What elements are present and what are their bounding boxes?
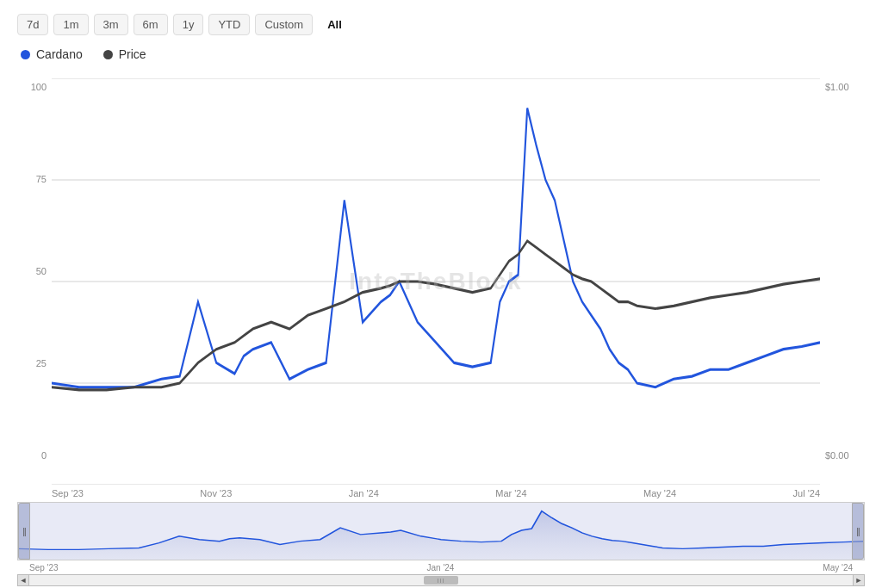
- x-label-jan24: Jan '24: [349, 488, 379, 498]
- nav-x-label-jan24: Jan '24: [426, 563, 454, 573]
- main-chart-wrapper: 100 75 50 25 0 IntoTheBlock: [17, 78, 865, 485]
- nav-x-labels: Sep '23 Jan '24 May '24: [17, 563, 865, 573]
- time-btn-ytd[interactable]: YTD: [208, 14, 250, 35]
- chart-area: 100 75 50 25 0 IntoTheBlock: [17, 78, 865, 579]
- y-label-25: 25: [17, 358, 52, 368]
- scroll-grip: III: [437, 577, 445, 585]
- main-chart-svg: [52, 78, 820, 485]
- y-label-50: 50: [17, 266, 52, 276]
- time-btn-1m[interactable]: 1m: [53, 14, 88, 35]
- y-label-0: 0: [17, 450, 52, 461]
- nav-handle-left[interactable]: ‖: [18, 503, 30, 560]
- scroll-arrow-left[interactable]: ◄: [17, 574, 29, 586]
- scroll-track[interactable]: III: [29, 574, 853, 586]
- time-btn-all[interactable]: All: [318, 14, 351, 35]
- y-label-75: 75: [17, 174, 52, 184]
- nav-handle-right[interactable]: ‖: [852, 503, 864, 560]
- time-btn-6m[interactable]: 6m: [134, 14, 168, 35]
- time-btn-7d[interactable]: 7d: [17, 14, 48, 35]
- chart-svg-container: IntoTheBlock: [52, 78, 820, 485]
- time-btn-3m[interactable]: 3m: [94, 14, 128, 35]
- x-label-jul24: Jul '24: [793, 488, 820, 498]
- navigator-svg: [18, 503, 864, 560]
- navigator-inner: ‖ ‖: [17, 502, 865, 560]
- time-filter-bar: 7d1m3m6m1yYTDCustomAll: [17, 14, 865, 35]
- scroll-thumb[interactable]: III: [424, 576, 458, 585]
- x-label-may24: May '24: [643, 488, 676, 498]
- x-label-mar24: Mar '24: [495, 488, 526, 498]
- legend-dot-cardano: [21, 50, 30, 59]
- y-label-right-1: $1.00: [820, 82, 865, 92]
- y-axis-left: 100 75 50 25 0: [17, 78, 52, 485]
- legend-label-price: Price: [119, 47, 146, 61]
- navigator: ‖ ‖ Sep '23 Jan '24 May '24: [17, 502, 865, 579]
- cardano-line: [52, 108, 820, 387]
- x-axis: Sep '23 Nov '23 Jan '24 Mar '24 May '24 …: [52, 485, 820, 498]
- y-label-right-5: $0.00: [820, 450, 865, 461]
- scrollbar: ◄ III ►: [17, 574, 865, 586]
- time-btn-1y[interactable]: 1y: [173, 14, 204, 35]
- nav-x-label-sep23: Sep '23: [29, 563, 59, 573]
- svg-marker-5: [18, 511, 864, 560]
- scroll-arrow-right[interactable]: ►: [853, 574, 865, 586]
- y-label-100: 100: [17, 82, 52, 92]
- legend-price: Price: [103, 47, 146, 61]
- legend-label-cardano: Cardano: [36, 47, 83, 61]
- time-btn-custom[interactable]: Custom: [255, 14, 313, 35]
- legend-dot-price: [103, 50, 113, 59]
- chart-legend: Cardano Price: [17, 47, 865, 61]
- y-axis-right: $1.00 $0.00: [820, 78, 865, 485]
- legend-cardano: Cardano: [21, 47, 83, 61]
- x-label-sep23: Sep '23: [52, 488, 84, 498]
- price-line: [52, 241, 820, 390]
- x-label-nov23: Nov '23: [200, 488, 232, 498]
- main-container: 7d1m3m6m1yYTDCustomAll Cardano Price 100…: [0, 0, 882, 588]
- nav-x-label-may24: May '24: [823, 563, 853, 573]
